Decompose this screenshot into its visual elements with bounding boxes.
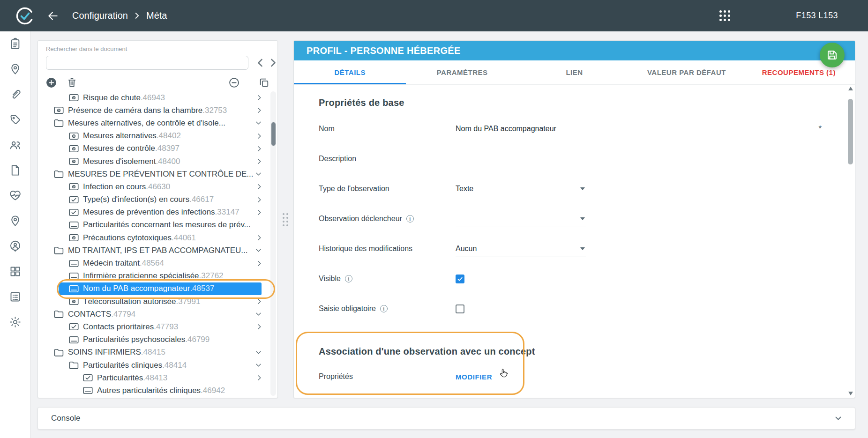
info-icon[interactable]: [380, 305, 388, 312]
panel-resize-grip[interactable]: [283, 213, 288, 226]
chev-right-icon[interactable]: [257, 324, 262, 330]
tree-item-mesures-de-prevention-des-infections[interactable]: Mesures de prévention des infections.331…: [38, 206, 271, 219]
rail-item-map-pin[interactable]: [9, 215, 22, 227]
rail-item-people[interactable]: [9, 139, 22, 151]
rail-item-clipboard[interactable]: [9, 37, 22, 50]
field-label-wrap: Type de l'observation: [319, 185, 456, 193]
add-item-button[interactable]: [45, 77, 57, 89]
checkbox-visible[interactable]: [456, 275, 464, 283]
info-icon[interactable]: [406, 215, 414, 223]
tree-item-label: Infection en cours: [83, 182, 146, 192]
field-label-wrap: Nom: [319, 125, 456, 133]
duplicate-button[interactable]: [258, 77, 270, 89]
tab-lien[interactable]: LIEN: [518, 60, 630, 84]
tree-item-md-traitant-ips-et-pab-accompagnateu[interactable]: MD TRAITANT, IPS ET PAB ACCOMPAGNATEU...: [38, 244, 271, 257]
chev-down-icon[interactable]: [255, 172, 262, 176]
back-arrow-button[interactable]: [47, 10, 59, 22]
rail-item-file-document[interactable]: [9, 164, 22, 177]
main-scrollbar-thumb[interactable]: [848, 99, 853, 164]
chev-right-icon[interactable]: [257, 260, 262, 267]
console-bar[interactable]: Console: [37, 407, 855, 430]
select-input-type-de-l-observation[interactable]: Texte: [456, 180, 586, 197]
tree-item-risque-de-chute[interactable]: Risque de chute.46943: [38, 91, 271, 104]
tree-item-particularites-concernant-les-mesures-de-prev[interactable]: Particularités concernant les mesures de…: [38, 219, 271, 231]
chev-down-icon[interactable]: [255, 121, 262, 125]
delete-item-button[interactable]: [66, 77, 78, 89]
tree-item-particularites-cliniques[interactable]: Particularités cliniques.48414: [38, 359, 271, 371]
tree-item-mesures-alternatives[interactable]: Mesures alternatives.48402: [38, 130, 271, 142]
tree-item-type-s-d-infection-s-en-cours[interactable]: Type(s) d'infection(s) en cours.46617: [38, 193, 271, 206]
tree-item-particularites[interactable]: Particularités.48413: [38, 371, 271, 384]
rail-item-location-pin[interactable]: [9, 63, 22, 75]
rail-item-dashboard[interactable]: [9, 265, 22, 278]
console-label: Console: [51, 414, 80, 423]
location-pin-icon: [9, 63, 22, 75]
tree-item-id: .32753: [202, 106, 227, 115]
folder-icon: [69, 361, 79, 369]
tab-details[interactable]: DÉTAILS: [294, 60, 406, 84]
breadcrumb-item-configuration[interactable]: Configuration: [72, 10, 128, 21]
select-input-historique-des-modifications[interactable]: Aucun: [456, 240, 586, 257]
chev-right-icon[interactable]: [257, 184, 262, 190]
rail-item-heart-pulse[interactable]: [9, 189, 22, 202]
chev-right-icon[interactable]: [257, 197, 262, 203]
apps-grid-icon[interactable]: [719, 10, 730, 21]
tree-item-contacts[interactable]: CONTACTS.47794: [38, 308, 271, 320]
rail-item-tag[interactable]: [9, 113, 22, 126]
check-icon: [69, 208, 79, 216]
tree-item-autres-particularites-cliniques[interactable]: Autres particularités cliniques.46942: [38, 384, 271, 397]
select-input-observation-declencheur[interactable]: [456, 210, 586, 227]
tab-parametres[interactable]: PARAMÈTRES: [406, 60, 518, 84]
chev-down-icon[interactable]: [255, 312, 262, 316]
chev-right-icon[interactable]: [257, 235, 262, 241]
dropdown-caret-icon: [580, 247, 585, 250]
app-logo-icon: [15, 6, 35, 26]
tree-item-contacts-prioritaires[interactable]: Contacts prioritaires.47793: [38, 320, 271, 333]
tree-scrollbar-thumb[interactable]: [271, 122, 276, 146]
save-button[interactable]: [820, 43, 845, 67]
save-disk-icon: [826, 49, 838, 61]
tree-item-nom-du-pab-accompagnateur[interactable]: Nom du PAB accompagnateur.48537: [59, 282, 262, 295]
chev-right-icon[interactable]: [257, 146, 262, 152]
chev-right-icon[interactable]: [257, 298, 262, 304]
collapse-all-button[interactable]: [228, 77, 240, 89]
tree-item-soins-infirmiers[interactable]: SOINS INFIRMIERS.48415: [38, 346, 271, 359]
tree-item-infirmiere-praticienne-specialisee[interactable]: Infirmière praticienne spécialisée.32762: [38, 270, 271, 282]
search-prev-button[interactable]: [256, 58, 264, 67]
rail-item-person-pin[interactable]: [9, 240, 22, 252]
text-input-description[interactable]: [456, 150, 822, 167]
chev-right-icon[interactable]: [257, 107, 262, 113]
form-fields: NomNom du PAB accompagnateur*Description…: [319, 114, 855, 324]
tree-item-mesures-de-prevention-et-controle-de[interactable]: MESURES DE PRÉVENTION ET CONTRÔLE DE...: [38, 168, 271, 180]
tree-item-mesures-de-controle[interactable]: Mesures de contrôle.48397: [38, 142, 271, 155]
chev-right-icon[interactable]: [257, 158, 262, 164]
info-icon[interactable]: [345, 275, 352, 282]
scroll-up-button[interactable]: [848, 87, 853, 90]
tree-item-mesures-d-isolement[interactable]: Mesures d'isolement.48400: [38, 155, 271, 168]
rail-item-paperclip[interactable]: [9, 88, 22, 101]
tree-item-particularites-psychosociales[interactable]: Particularités psychosociales.46799: [38, 334, 271, 346]
chev-right-icon[interactable]: [257, 133, 262, 139]
tree-item-mesures-alternatives-de-controle-et-d-isole[interactable]: Mesures alternatives, de contrôle et d'i…: [38, 117, 271, 129]
tree-item-teleconsultation-autorisee[interactable]: Téléconsultation autorisée.37991: [38, 295, 271, 308]
chevron-down-icon[interactable]: [835, 416, 842, 421]
tree-item-infection-en-cours[interactable]: Infection en cours.46630: [38, 180, 271, 193]
chev-right-icon[interactable]: [257, 375, 262, 381]
tree-item-medecin-traitant[interactable]: Médecin traitant.48564: [38, 257, 271, 269]
rail-item-settings-gear[interactable]: [9, 316, 22, 328]
chev-down-icon[interactable]: [255, 363, 262, 367]
tree-item-precautions-cytotoxiques[interactable]: Précautions cytotoxiques.44061: [38, 231, 271, 244]
tab-valeur-par-defaut[interactable]: VALEUR PAR DÉFAUT: [630, 60, 742, 84]
text-input-nom[interactable]: Nom du PAB accompagnateur*: [456, 120, 822, 137]
checkbox-saisie-obligatoire[interactable]: [456, 304, 464, 313]
modify-button[interactable]: MODIFIER: [456, 373, 492, 381]
search-next-button[interactable]: [269, 58, 277, 67]
chev-right-icon[interactable]: [257, 209, 262, 215]
chev-right-icon[interactable]: [257, 95, 262, 101]
chev-down-icon[interactable]: [255, 350, 262, 355]
rail-item-list-alt[interactable]: [9, 290, 22, 303]
tree-item-presence-de-camera-dans-la-chambre[interactable]: Présence de caméra dans la chambre.32753: [38, 104, 271, 117]
search-input[interactable]: [46, 56, 248, 70]
chev-down-icon[interactable]: [255, 248, 262, 252]
scroll-down-button[interactable]: [848, 392, 853, 395]
